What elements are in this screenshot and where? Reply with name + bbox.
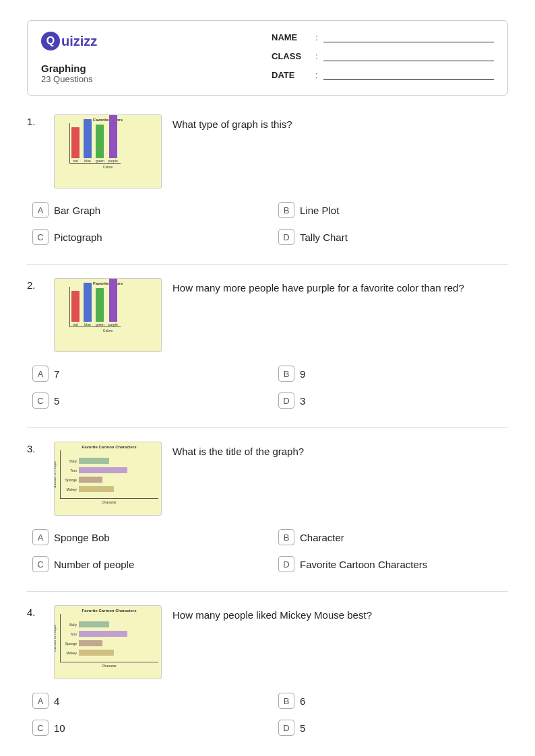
q1-text: What type of graph is this? <box>172 114 292 133</box>
q1-option-b-letter: B <box>278 202 294 218</box>
name-field-row: NAME : <box>272 32 494 42</box>
q1-bar-red: red <box>71 127 80 163</box>
q4-bar-mickey: Mickey <box>62 650 157 656</box>
q4-y-label: Number of People <box>54 625 57 652</box>
q1-x-label: Colors <box>57 165 158 169</box>
q2-option-c[interactable]: C 5 <box>32 390 262 411</box>
q2-x-label: Colors <box>57 329 158 333</box>
q1-option-b-text: Line Plot <box>300 205 339 216</box>
q3-option-b-text: Character <box>300 532 344 543</box>
q3-chart-area: Bully Tom Sponge <box>60 450 158 499</box>
q1-option-a[interactable]: A Bar Graph <box>32 199 262 221</box>
q4-bar-tom: Tom <box>62 631 157 637</box>
q1-option-a-text: Bar Graph <box>54 205 100 216</box>
question-2-row: 2. Favorite Colors Number Of Students re… <box>27 278 508 352</box>
q3-option-d-letter: D <box>278 556 294 572</box>
question-3: 3. Favorite Cartoon Characters Number of… <box>27 442 508 575</box>
q2-bar-blue: blue <box>84 283 92 327</box>
question-1: 1. Favorite Colors Number Of Students re… <box>27 114 508 248</box>
q3-option-d[interactable]: D Favorite Cartoon Characters <box>278 553 508 575</box>
q4-option-c-letter: C <box>32 720 49 736</box>
q2-option-d[interactable]: D 3 <box>278 390 508 411</box>
q3-bar-sponge: Sponge <box>62 477 157 483</box>
q1-option-d[interactable]: D Tally Chart <box>278 226 508 248</box>
q4-chart: Favorite Cartoon Characters Number of Pe… <box>55 606 161 679</box>
worksheet-title: Graphing <box>41 63 97 74</box>
q3-bar-mickey: Mickey <box>62 486 157 492</box>
question-4-row: 4. Favorite Cartoon Characters Number of… <box>27 605 508 679</box>
q4-option-c-text: 10 <box>54 722 65 734</box>
q4-option-d[interactable]: D 5 <box>278 717 508 738</box>
q3-image: Favorite Cartoon Characters Number of Pe… <box>54 442 162 516</box>
logo-text: uizizz <box>61 34 97 49</box>
q4-option-a[interactable]: A 4 <box>32 690 262 712</box>
q2-options: A 7 B 9 C 5 D 3 <box>32 363 508 411</box>
class-label: CLASS <box>272 51 309 61</box>
q1-num: 1. <box>27 114 43 127</box>
header-left: Q uizizz Graphing 23 Questions <box>41 32 97 84</box>
q4-option-a-letter: A <box>32 693 49 709</box>
q2-option-a-text: 7 <box>54 368 59 380</box>
q2-option-b[interactable]: B 9 <box>278 363 508 384</box>
q2-option-c-letter: C <box>32 392 49 409</box>
q4-option-c[interactable]: C 10 <box>32 717 262 738</box>
q1-option-d-text: Tally Chart <box>300 232 348 243</box>
q1-option-c-letter: C <box>32 229 49 245</box>
divider-3 <box>27 591 508 592</box>
divider-1 <box>27 264 508 265</box>
question-3-row: 3. Favorite Cartoon Characters Number of… <box>27 442 508 516</box>
q3-option-c[interactable]: C Number of people <box>32 553 262 575</box>
q3-chart-title: Favorite Cartoon Characters <box>60 445 158 449</box>
q1-option-c-text: Pictograph <box>54 232 102 243</box>
q3-option-d-text: Favorite Cartoon Characters <box>300 559 427 570</box>
q1-option-a-letter: A <box>32 202 49 218</box>
q2-chart: Favorite Colors Number Of Students red <box>55 279 161 351</box>
class-field-row: CLASS : <box>272 50 494 61</box>
q2-text: How many more people have purple for a f… <box>172 278 464 296</box>
q3-chart: Favorite Cartoon Characters Number of Pe… <box>55 442 161 515</box>
q1-chart-area: red blue green <box>69 123 121 164</box>
q2-num: 2. <box>27 278 43 291</box>
questions-container: 1. Favorite Colors Number Of Students re… <box>27 114 508 738</box>
name-line[interactable] <box>323 32 494 42</box>
q3-bar-bully: Bully <box>62 458 157 464</box>
q1-option-b[interactable]: B Line Plot <box>278 199 508 221</box>
q3-option-c-letter: C <box>32 556 49 572</box>
q2-option-a-letter: A <box>32 366 49 382</box>
class-line[interactable] <box>323 50 494 61</box>
q4-option-b-letter: B <box>278 693 294 709</box>
q3-option-b[interactable]: B Character <box>278 526 508 548</box>
q4-image: Favorite Cartoon Characters Number of Pe… <box>54 605 162 679</box>
question-1-row: 1. Favorite Colors Number Of Students re… <box>27 114 508 188</box>
q4-option-b-text: 6 <box>300 695 305 707</box>
q2-chart-area: red blue green <box>69 287 121 327</box>
q3-option-a-text: Sponge Bob <box>54 532 110 543</box>
q4-option-b[interactable]: B 6 <box>278 690 508 712</box>
q1-bar-purple: purple <box>108 114 118 163</box>
q3-text: What is the title of the graph? <box>172 442 304 460</box>
q4-bar-sponge: Sponge <box>62 640 157 646</box>
page: Q uizizz Graphing 23 Questions NAME : CL… <box>0 0 535 756</box>
header: Q uizizz Graphing 23 Questions NAME : CL… <box>27 20 508 96</box>
worksheet-subtitle: 23 Questions <box>41 74 97 84</box>
date-line[interactable] <box>323 69 494 80</box>
q1-bar-green: green <box>96 125 104 163</box>
q1-options: A Bar Graph B Line Plot C Pictograph D T… <box>32 199 508 248</box>
q2-image: Favorite Colors Number Of Students red <box>54 278 162 352</box>
q4-chart-title: Favorite Cartoon Characters <box>60 609 158 613</box>
q3-x-label: Character <box>60 500 158 504</box>
q3-bar-tom: Tom <box>62 467 157 473</box>
q2-option-d-letter: D <box>278 392 294 409</box>
q2-option-b-text: 9 <box>300 368 305 380</box>
q4-option-d-letter: D <box>278 720 294 736</box>
q3-option-a[interactable]: A Sponge Bob <box>32 526 262 548</box>
q1-chart: Favorite Colors Number Of Students red <box>55 115 161 188</box>
q2-bar-red: red <box>71 291 80 327</box>
date-field-row: DATE : <box>272 69 494 80</box>
q4-text: How many people liked Mickey Mouse best? <box>172 605 372 623</box>
q1-option-c[interactable]: C Pictograph <box>32 226 262 248</box>
q4-x-label: Character <box>60 664 158 668</box>
q3-option-b-letter: B <box>278 529 294 545</box>
q3-option-a-letter: A <box>32 529 49 545</box>
q2-option-a[interactable]: A 7 <box>32 363 262 384</box>
